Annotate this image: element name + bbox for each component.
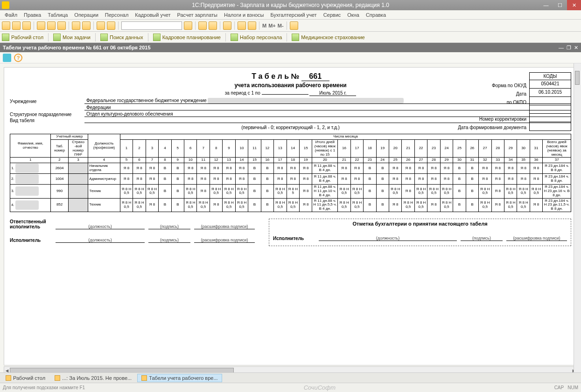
info-icon[interactable] <box>290 21 298 30</box>
codes-header: КОДЫ <box>530 73 571 80</box>
nav-0[interactable]: Рабочий стол <box>2 34 43 41</box>
grid-icon[interactable] <box>223 21 231 30</box>
nav-icon-3 <box>153 34 161 41</box>
question-icon[interactable]: ? <box>14 54 22 62</box>
preview-icon[interactable] <box>82 21 91 30</box>
table-row: 4. 852ТехникЯ 8 Н 0,5Я 8 Н 0,5Я 8ВВЯ 8 Н… <box>10 198 571 212</box>
menu-2[interactable]: Таблица <box>45 11 70 19</box>
vertical-scrollbar[interactable] <box>574 63 581 372</box>
table-row: 1. 2604Начальник отделаЯ 8Я 8Я 8ВВЯ 8Я 8… <box>10 163 571 174</box>
window-tab-0[interactable]: Рабочий стол <box>2 374 49 382</box>
codes-labels: Форма по ОКУД Дата по ОКПО Номер коррект… <box>458 82 526 132</box>
timesheet-table: Фамилия, имя, отчествоУчетный номерДолжн… <box>10 134 571 212</box>
menu-5[interactable]: Кадровый учет <box>132 11 173 19</box>
document-tab: Табели учета рабочего времени № 661 от 0… <box>0 43 581 52</box>
home-icon[interactable] <box>3 54 11 62</box>
report-paper: КОДЫ 0504421 06.10.2015 Форма по ОКУД Да… <box>4 67 577 365</box>
close-button[interactable]: ✕ <box>567 0 581 10</box>
tab-icon <box>6 375 11 381</box>
nav-icon-2 <box>100 34 108 41</box>
redo-icon[interactable] <box>107 21 115 30</box>
nav-icon-0 <box>2 34 9 41</box>
nav-2[interactable]: Поиск данных <box>100 34 143 41</box>
copy-icon[interactable] <box>47 21 56 30</box>
num-indicator: NUM <box>567 385 578 390</box>
tab-icon <box>141 375 147 381</box>
menu-4[interactable]: Персонал <box>102 11 132 19</box>
m-button[interactable]: M <box>262 23 266 28</box>
cut-icon[interactable] <box>37 21 45 30</box>
print-icon[interactable] <box>72 21 80 30</box>
menu-3[interactable]: Операции <box>71 11 101 19</box>
signature-area: Ответственный исполнитель (должность) (п… <box>10 219 571 246</box>
nav-toolbar: Рабочий столМои задачиПоиск данныхКадров… <box>0 32 581 43</box>
calc-icon[interactable] <box>198 21 207 30</box>
search-icon[interactable] <box>184 21 192 30</box>
maximize-button[interactable]: ☐ <box>553 0 567 10</box>
minimize-button[interactable]: — <box>539 0 553 10</box>
status-bar: Для получения подсказки нажмите F1 СочиС… <box>0 383 581 392</box>
menu-8[interactable]: Бухгалтерский учет <box>268 11 320 19</box>
report-title: Т а б е л ь № 661 <box>10 72 571 81</box>
nav-4[interactable]: Набор персонала <box>231 34 282 41</box>
menu-7[interactable]: Налоги и взносы <box>221 11 267 19</box>
document-area: КОДЫ 0504421 06.10.2015 Форма по ОКУД Да… <box>0 63 581 372</box>
tab-icon <box>55 375 60 381</box>
app-title: 1С:Предприятие - Зарплата и кадры бюджет… <box>192 2 389 8</box>
document-tab-title: Табели учета рабочего времени № 661 от 0… <box>3 45 151 50</box>
table-row: 2. 1004АдминистраторЯ 8Я 8Я 8ВВЯ 8Я 8Я 8… <box>10 174 571 185</box>
about-icon[interactable] <box>248 21 256 30</box>
nav-3[interactable]: Кадровое планирование <box>153 34 221 41</box>
window-tab-1[interactable]: ...: За Июль 2015. Не прове... <box>51 374 135 382</box>
paste-icon[interactable] <box>57 21 66 30</box>
tab-restore-icon[interactable]: ❐ <box>567 45 571 51</box>
new-icon[interactable] <box>2 21 10 30</box>
window-tab-2[interactable]: Табели учета рабочего вре... <box>137 374 222 382</box>
status-hint: Для получения подсказки нажмите F1 <box>3 385 85 390</box>
horizontal-scrollbar[interactable]: ◄ ► <box>4 366 577 372</box>
calendar-icon[interactable] <box>209 21 217 30</box>
help-icon[interactable] <box>238 21 246 30</box>
open-icon[interactable] <box>12 21 21 30</box>
nav-5[interactable]: Медицинское страхование <box>292 34 364 41</box>
menu-10[interactable]: Окна <box>344 11 362 19</box>
tab-close-icon[interactable]: ✕ <box>574 45 578 51</box>
cap-indicator: CAP <box>554 385 564 390</box>
m-minus-button[interactable]: M- <box>278 23 284 28</box>
tab-minimize-icon[interactable]: — <box>559 45 564 51</box>
codes-box: КОДЫ 0504421 06.10.2015 <box>529 72 571 131</box>
save-icon[interactable] <box>22 21 31 30</box>
window-tabs: Рабочий стол...: За Июль 2015. Не прове.… <box>0 372 581 383</box>
nav-icon-4 <box>231 34 238 41</box>
menu-6[interactable]: Расчет зарплаты <box>174 11 220 19</box>
titlebar: 1С:Предприятие - Зарплата и кадры бюджет… <box>0 0 581 10</box>
nav-icon-1 <box>53 34 61 41</box>
toolbar-main: M M+ M- <box>0 20 581 32</box>
vendor-logo: СочиСофт <box>304 384 336 391</box>
search-input[interactable] <box>121 21 182 30</box>
menu-9[interactable]: Сервис <box>321 11 344 19</box>
document-toolbar: ? <box>0 52 581 63</box>
menu-11[interactable]: Справка <box>363 11 389 19</box>
app-icon <box>2 1 9 9</box>
nav-1[interactable]: Мои задачи <box>53 34 91 41</box>
table-row: 3. 990ТехникЯ 8 Н 0,5Я 8 Н 0,5Я 8 Н 0,5В… <box>10 185 571 198</box>
nav-icon-5 <box>292 34 299 41</box>
m-plus-button[interactable]: M+ <box>268 23 276 28</box>
menu-0[interactable]: Файл <box>2 11 20 19</box>
menu-1[interactable]: Правка <box>21 11 44 19</box>
undo-icon[interactable] <box>97 21 105 30</box>
main-menu: ФайлПравкаТаблицаОперацииПерсоналКадровы… <box>0 10 581 20</box>
